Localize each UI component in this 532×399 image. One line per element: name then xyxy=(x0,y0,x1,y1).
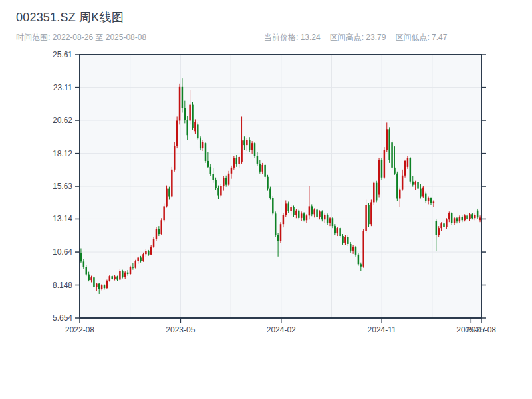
candle-down xyxy=(368,205,369,224)
candle-down xyxy=(122,271,123,277)
candle-down xyxy=(184,108,186,120)
candle-up xyxy=(433,201,434,203)
candle-up xyxy=(189,105,190,121)
candle-down xyxy=(355,247,356,255)
candle-down xyxy=(466,215,467,219)
y-tick-label: 18.12 xyxy=(53,149,72,158)
candle-up xyxy=(156,229,157,239)
candle-up xyxy=(386,129,388,150)
candle-down xyxy=(462,217,463,220)
candle-down xyxy=(376,183,377,201)
candle-up xyxy=(231,168,232,174)
candle-down xyxy=(456,218,458,221)
candle-down xyxy=(272,198,273,214)
candle-up xyxy=(194,122,196,131)
candle-up xyxy=(384,150,385,178)
candle-down xyxy=(104,285,105,288)
x-tick-label: 2024-02 xyxy=(267,325,296,334)
candle-down xyxy=(277,235,279,241)
candle-up xyxy=(261,165,263,172)
candle-down xyxy=(425,194,426,201)
candle-up xyxy=(324,215,325,219)
candle-down xyxy=(269,189,271,198)
candle-up xyxy=(114,277,115,279)
candle-down xyxy=(334,226,336,233)
candle-down xyxy=(388,129,390,160)
y-tick-label: 20.62 xyxy=(53,116,72,125)
candle-up xyxy=(474,215,475,218)
candle-down xyxy=(85,267,86,275)
candle-up xyxy=(171,170,172,197)
candle-down xyxy=(210,167,211,174)
candle-up xyxy=(130,267,131,274)
candle-down xyxy=(111,276,112,279)
candle-up xyxy=(251,143,253,150)
candle-down xyxy=(212,174,213,180)
candle-up xyxy=(407,158,408,167)
x-tick-label: 2022-08 xyxy=(65,325,94,334)
candle-up xyxy=(101,285,102,289)
candle-up xyxy=(285,203,287,215)
candle-down xyxy=(215,180,216,188)
candle-up xyxy=(233,158,235,168)
candle-up xyxy=(280,224,281,241)
y-tick-label: 15.63 xyxy=(53,182,72,191)
candle-down xyxy=(88,275,89,281)
candle-up xyxy=(422,188,424,197)
candle-down xyxy=(417,182,418,189)
candle-down xyxy=(396,174,398,199)
candle-down xyxy=(321,211,323,219)
x-tick-label: 2024-11 xyxy=(368,325,396,334)
candle-down xyxy=(350,244,351,251)
candle-down xyxy=(186,120,188,135)
candle-down xyxy=(259,164,261,172)
candle-up xyxy=(319,211,320,217)
candle-up xyxy=(404,161,406,176)
candle-up xyxy=(124,273,126,277)
candle-up xyxy=(135,261,136,268)
candle-up xyxy=(220,186,221,196)
candle-down xyxy=(200,138,201,148)
candle-up xyxy=(161,220,162,234)
candle-up xyxy=(428,198,429,201)
y-tick-label: 8.148 xyxy=(53,281,72,290)
candle-down xyxy=(127,273,128,274)
candle-up xyxy=(290,207,291,211)
candle-down xyxy=(267,177,268,189)
candle-up xyxy=(295,211,297,215)
candle-up xyxy=(106,281,108,288)
candle-up xyxy=(137,257,138,261)
candle-down xyxy=(205,143,206,161)
candle-up xyxy=(352,247,354,251)
candle-up xyxy=(329,218,331,223)
candle-up xyxy=(142,254,144,261)
candle-down xyxy=(116,277,118,280)
candle-down xyxy=(98,283,100,289)
candle-down xyxy=(254,143,255,156)
candle-down xyxy=(264,165,265,177)
candle-down xyxy=(394,168,395,174)
candle-up xyxy=(336,228,338,233)
candle-up xyxy=(96,283,97,287)
candle-up xyxy=(223,178,224,186)
candle-down xyxy=(80,253,82,262)
candle-down xyxy=(158,229,160,234)
candle-up xyxy=(370,202,372,224)
candle-up xyxy=(176,120,178,146)
candle-down xyxy=(207,161,209,167)
candle-down xyxy=(358,255,359,264)
candle-up xyxy=(109,276,110,281)
candle-up xyxy=(373,183,374,203)
candle-down xyxy=(360,264,362,266)
candle-up xyxy=(301,213,302,218)
candle-down xyxy=(477,211,478,218)
kline-chart-page: 002351.SZ 周K线图 时间范围: 2022-08-26 至 2025-0… xyxy=(0,0,532,399)
x-tick-label: 2023-05 xyxy=(166,325,195,334)
candle-up xyxy=(238,157,239,164)
candle-up xyxy=(344,237,346,243)
candle-down xyxy=(316,209,317,217)
candle-up xyxy=(309,206,310,215)
candle-up xyxy=(479,217,481,220)
y-tick-label: 13.14 xyxy=(53,214,72,223)
candle-up xyxy=(166,189,167,207)
